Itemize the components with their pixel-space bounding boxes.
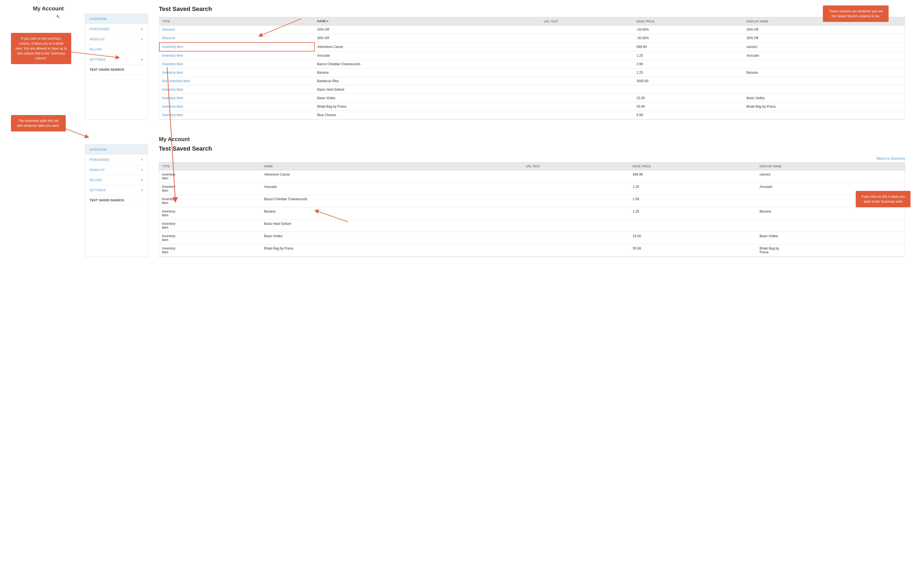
chevron-icon: ▼ <box>141 27 143 31</box>
type-link[interactable]: Inventory Item <box>162 88 183 92</box>
type-link[interactable]: Inventory Item <box>162 45 183 49</box>
table-row: Inventory ItemBacon Cheddar Cheesecurds2… <box>159 195 905 207</box>
bottom-search-title: Test Saved Search <box>159 145 905 152</box>
bottom-sidebar-item-settings[interactable]: SETTINGS ▼ <box>85 185 148 195</box>
table-row: Inventory ItemBhaki Bag by Prana55.99Bha… <box>159 244 905 257</box>
chevron-icon: ▼ <box>141 58 143 61</box>
cell-price: 699.99 <box>634 42 744 51</box>
table-row: Inventory ItemAdventure Canoe699.99canoe… <box>160 42 905 51</box>
cell-type: Non-inventory Item <box>160 77 315 86</box>
cell-price: 1.25 <box>634 68 744 77</box>
cell-type: Inventory Item <box>160 86 315 94</box>
cell-type: Inventory Item <box>159 232 261 244</box>
cell-display <box>744 60 905 68</box>
type-link[interactable]: Inventory Item <box>162 54 183 58</box>
cell-type: Inventory Item <box>160 102 315 111</box>
cell-display: Banana <box>744 68 905 77</box>
cell-price <box>634 86 744 94</box>
cell-url <box>541 94 633 102</box>
cell-name: Blue Cheese <box>315 111 541 120</box>
cell-type: Inventory Item <box>159 195 261 207</box>
bottom-sidebar: OVERVIEW PURCHASES ▼ WISHLIST ▼ BILLING … <box>85 144 148 257</box>
cell-price: 15.00 <box>634 94 744 102</box>
cell-type: Inventory Item <box>159 207 261 220</box>
cell-display: Banana <box>757 207 905 220</box>
sidebar-item-purchases[interactable]: PURCHASES ▼ <box>85 24 148 34</box>
table-row: Inventory ItemAvocado1.25Avocado <box>160 51 905 60</box>
table-row: Inventory ItemAdventure Canoe699.99canoe… <box>159 170 905 183</box>
cell-type: Inventory Item <box>160 111 315 120</box>
sidebar-item-settings[interactable]: SETTINGS ▼ <box>85 55 148 65</box>
cell-display <box>744 111 905 120</box>
cursor-icon: ↖ <box>56 14 60 20</box>
table-row: Discount20% Off-20.00%20% Off <box>160 26 905 34</box>
bottom-sidebar-item-wishlist[interactable]: WISHLIST ▼ <box>85 165 148 175</box>
top-sidebar: OVERVIEW PURCHASES ▼ WISHLIST ▼ BILLING … <box>85 14 148 120</box>
cell-display: Basic Vodka <box>744 94 905 102</box>
cell-name: Banana <box>315 68 541 77</box>
cell-name: Banana <box>261 207 523 220</box>
table-row: Inventory ItemBasic Hard Seltzer <box>160 86 905 94</box>
type-link[interactable]: Inventory Item <box>162 113 183 117</box>
cell-display: Basic Vodka <box>757 232 905 244</box>
type-link[interactable]: Non-inventory Item <box>162 79 190 83</box>
cell-url <box>541 111 633 120</box>
bottom-sidebar-item-overview[interactable]: OVERVIEW <box>85 145 148 155</box>
cell-name: Basic Vodka <box>315 94 541 102</box>
cell-type: Inventory Item <box>160 60 315 68</box>
chevron-icon: ▼ <box>141 179 143 182</box>
cell-url <box>523 220 630 232</box>
table-row: Inventory ItemBhaki Bag by Prana55.99Bha… <box>160 102 905 111</box>
cell-price: -30.00% <box>634 34 744 43</box>
tooltip-return-summary: If you click on this it takes you back t… <box>856 191 911 207</box>
cell-type: Inventory Item <box>159 220 261 232</box>
cell-price: 699.99 <box>630 170 757 183</box>
chevron-icon: ▼ <box>141 168 143 171</box>
bottom-sidebar-item-purchases[interactable]: PURCHASES ▼ <box>85 155 148 165</box>
cell-price: 15.00 <box>630 232 757 244</box>
sidebar-item-wishlist[interactable]: WISHLIST ▼ <box>85 34 148 44</box>
return-to-summary-link[interactable]: Return to Summary <box>159 157 905 160</box>
table-row: Inventory ItemBanana1.25Banana <box>160 68 905 77</box>
cell-url <box>523 170 630 183</box>
cell-name: Adventure Canoe <box>315 42 541 51</box>
cell-display <box>757 220 905 232</box>
cell-type: Discount <box>160 26 315 34</box>
cell-url <box>541 51 633 60</box>
cell-name: Avocado <box>315 51 541 60</box>
cell-url <box>523 244 630 257</box>
cell-price: 5.99 <box>634 111 744 120</box>
top-search-title: Test Saved Search <box>159 5 905 13</box>
col-name[interactable]: NAME ▾ <box>315 17 541 26</box>
cell-name: Adventure Canoe <box>261 170 523 183</box>
table-row: Non-inventory ItemBarbecue Ribs3000.00 <box>160 77 905 86</box>
type-link[interactable]: Discount <box>162 36 175 40</box>
cell-url <box>541 86 633 94</box>
bottom-account-title: My Account <box>159 136 905 142</box>
cell-display: 30% Off <box>744 34 905 43</box>
sidebar-item-billing[interactable]: BILLING <box>85 44 148 55</box>
type-link[interactable]: Inventory Item <box>162 96 183 100</box>
cell-url <box>541 68 633 77</box>
cell-name: Basic Vodka <box>261 232 523 244</box>
sidebar-item-test-saved-search[interactable]: TEST SAVED SEARCH <box>85 65 148 75</box>
table-row: Inventory ItemBlue Cheese5.99 <box>160 111 905 120</box>
type-link[interactable]: Inventory Item <box>162 105 183 108</box>
type-link[interactable]: Discount <box>162 27 175 31</box>
cell-type: Discount <box>160 34 315 43</box>
col-url-test: URL TEST <box>541 17 633 26</box>
type-link[interactable]: Inventory Item <box>162 71 183 74</box>
type-link[interactable]: Inventory Item <box>162 62 183 66</box>
tooltip-extension-tab: The extension adds this tab with whateve… <box>11 115 66 131</box>
bottom-sidebar-item-test-saved-search[interactable]: TEST SAVED SEARCH <box>85 195 148 205</box>
table-row: Inventory ItemBanana1.25Banana <box>159 207 905 220</box>
bottom-results-table: TYPE NAME URL TEST BASE PRICE DISPLAY NA… <box>159 162 905 257</box>
cell-display <box>744 77 905 86</box>
cell-name: Bhaki Bag by Prana <box>315 102 541 111</box>
bottom-sidebar-item-billing[interactable]: BILLING ▼ <box>85 175 148 185</box>
col-type: TYPE <box>160 17 315 26</box>
sidebar-item-overview[interactable]: OVERVIEW <box>85 14 148 24</box>
cell-price: 1.25 <box>630 207 757 220</box>
cell-url <box>541 60 633 68</box>
cell-type: Inventory Item <box>159 170 261 183</box>
